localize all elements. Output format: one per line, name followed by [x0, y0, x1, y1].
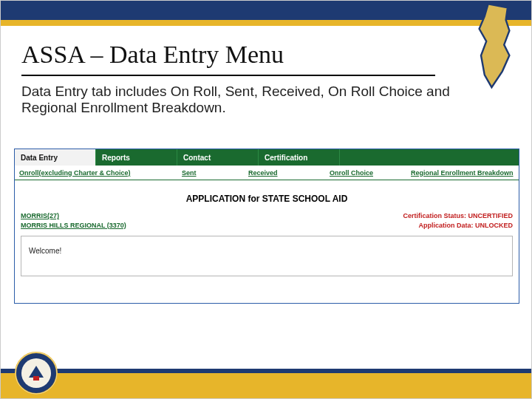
footer-bar [1, 373, 531, 398]
subnav: Onroll(excluding Charter & Choice) Sent … [15, 166, 519, 180]
subnav-received[interactable]: Received [248, 169, 278, 177]
slide-description: Data Entry tab includes On Roll, Sent, R… [21, 83, 457, 116]
header-bar [1, 1, 531, 20]
welcome-text: Welcome! [29, 247, 61, 255]
subnav-onroll[interactable]: Onroll(excluding Charter & Choice) [19, 169, 131, 177]
breadcrumb: MORRIS(27) MORRIS HILLS REGIONAL (3370) [21, 211, 126, 230]
svg-rect-3 [33, 376, 39, 381]
tab-certification[interactable]: Certification [259, 149, 340, 166]
lock-status: Application Data: UNLOCKED [403, 221, 513, 231]
tab-contact[interactable]: Contact [177, 149, 259, 166]
tab-reports[interactable]: Reports [96, 149, 177, 166]
nj-doe-seal-icon [14, 351, 58, 395]
subnav-onroll-choice[interactable]: Onroll Choice [330, 169, 373, 177]
subnav-sent[interactable]: Sent [182, 169, 197, 177]
slide: ASSA – Data Entry Menu Data Entry tab in… [0, 0, 532, 399]
welcome-panel: Welcome! [21, 236, 513, 276]
tab-data-entry[interactable]: Data Entry [15, 149, 96, 166]
tabs-filler [340, 149, 519, 166]
nj-state-silhouette-icon [471, 2, 518, 98]
slide-title: ASSA – Data Entry Menu [21, 36, 435, 76]
subnav-regional[interactable]: Regional Enrollment Breakdown [411, 169, 514, 177]
certification-status: Certification Status: UNCERTIFIED [403, 211, 513, 221]
breadcrumb-district[interactable]: MORRIS HILLS REGIONAL (3370) [21, 221, 126, 231]
meta-row: MORRIS(27) MORRIS HILLS REGIONAL (3370) … [15, 211, 519, 233]
status-block: Certification Status: UNCERTIFIED Applic… [403, 211, 513, 230]
breadcrumb-county[interactable]: MORRIS(27) [21, 211, 126, 221]
main-tabs: Data Entry Reports Contact Certification [15, 149, 519, 166]
app-screenshot: Data Entry Reports Contact Certification… [14, 149, 519, 304]
app-heading: APPLICATION for STATE SCHOOL AID [15, 194, 519, 204]
